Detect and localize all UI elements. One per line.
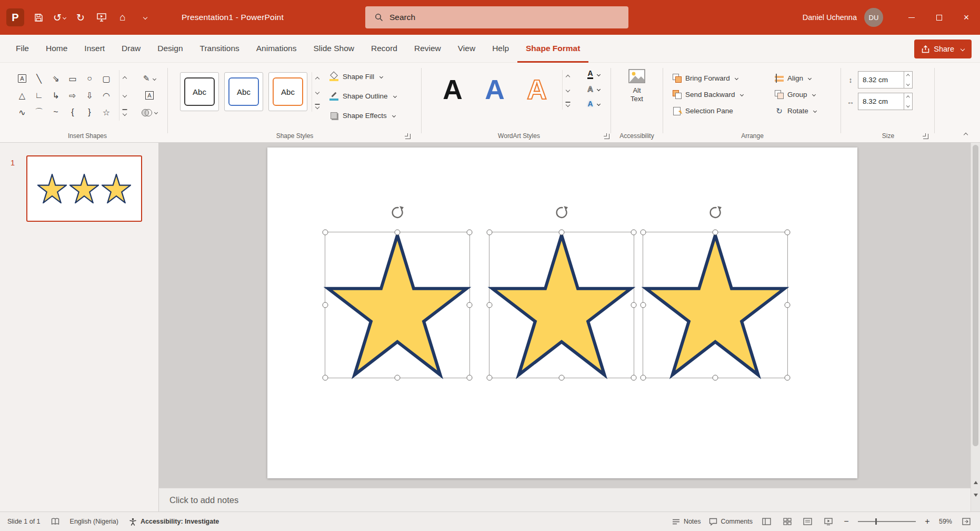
group-button[interactable]: Group (775, 86, 816, 103)
text-box-button[interactable]: A (135, 87, 164, 104)
tab-draw[interactable]: Draw (113, 35, 149, 63)
tab-record[interactable]: Record (363, 35, 406, 63)
customize-quick-access-button[interactable] (134, 6, 154, 28)
resize-handle-top-center[interactable] (559, 230, 565, 235)
save-button[interactable] (28, 6, 48, 28)
slide-sorter-view-button[interactable] (781, 515, 794, 528)
gallery-scroll-up-button[interactable] (563, 70, 573, 83)
zoom-slider-thumb[interactable] (875, 518, 877, 525)
tab-insert[interactable]: Insert (76, 35, 113, 63)
tab-shape-format[interactable]: Shape Format (517, 35, 588, 63)
tab-view[interactable]: View (449, 35, 484, 63)
gallery-scroll-up-button[interactable] (119, 70, 130, 87)
tab-design[interactable]: Design (149, 35, 191, 63)
normal-view-button[interactable] (761, 515, 773, 528)
shape-oval-icon[interactable]: ○ (81, 70, 98, 87)
collapse-ribbon-button[interactable] (962, 129, 967, 137)
resize-handle-top-left[interactable] (641, 230, 646, 235)
gallery-more-button[interactable] (119, 104, 130, 121)
tab-slide-show[interactable]: Slide Show (305, 35, 363, 63)
slide-indicator[interactable]: Slide 1 of 1 (7, 518, 41, 525)
resize-handle-bottom-right[interactable] (631, 375, 637, 381)
tab-home[interactable]: Home (37, 35, 76, 63)
shape-star-icon[interactable]: ☆ (98, 104, 115, 121)
maximize-button[interactable] (925, 0, 953, 35)
home-button[interactable]: ⌂ (113, 6, 133, 28)
text-fill-button[interactable]: A (579, 67, 608, 82)
resize-handle-bottom-left[interactable] (487, 375, 493, 381)
resize-handle-bottom-center[interactable] (395, 375, 401, 381)
tab-transitions[interactable]: Transitions (192, 35, 248, 63)
undo-button[interactable]: ↺ (49, 6, 69, 28)
gallery-scroll-down-button[interactable] (563, 83, 573, 96)
resize-handle-middle-left[interactable] (641, 302, 646, 308)
share-button[interactable]: Share (914, 40, 972, 58)
shape-styles-dialog-launcher-icon[interactable] (404, 133, 411, 139)
slide-show-view-button[interactable] (822, 515, 835, 528)
vertical-scrollbar[interactable] (971, 143, 980, 512)
zoom-in-button[interactable]: + (924, 517, 931, 526)
shape-line-arrow-icon[interactable]: ⇘ (47, 70, 64, 87)
shape-curve-icon[interactable]: ⌒ (31, 104, 47, 121)
resize-handle-middle-right[interactable] (467, 302, 473, 308)
rotate-handle[interactable] (391, 205, 405, 219)
shape-right-brace-icon[interactable]: } (81, 104, 98, 121)
slide-thumbnail-1[interactable] (26, 155, 142, 222)
shape-left-brace-icon[interactable]: { (64, 104, 81, 121)
gallery-scroll-down-button[interactable] (312, 85, 323, 99)
gallery-scroll-up-button[interactable] (312, 72, 323, 85)
shape-fill-button[interactable]: Shape Fill (329, 67, 396, 86)
text-outline-button[interactable]: A (579, 82, 608, 96)
gallery-more-button[interactable] (312, 99, 323, 112)
shape-arrow-right-icon[interactable]: ⇨ (64, 87, 81, 104)
shape-arrow-down-icon[interactable]: ⇩ (81, 87, 98, 104)
comments-toggle-button[interactable]: Comments (709, 518, 753, 526)
language-button[interactable]: English (Nigeria) (70, 518, 118, 525)
resize-handle-middle-right[interactable] (631, 302, 637, 308)
previous-slide-button[interactable] (971, 477, 980, 488)
wordart-dialog-launcher-icon[interactable] (603, 133, 609, 139)
tab-animations[interactable]: Animations (248, 35, 305, 63)
wordart-option-3[interactable]: A (516, 68, 558, 111)
star-shape-1-selection[interactable] (325, 232, 470, 378)
align-button[interactable]: Align (775, 70, 816, 86)
notes-toggle-button[interactable]: Notes (672, 518, 701, 525)
next-slide-button[interactable] (971, 489, 980, 501)
resize-handle-bottom-right[interactable] (785, 375, 791, 381)
resize-handle-bottom-center[interactable] (713, 375, 718, 381)
notes-pane[interactable]: Click to add notes (159, 488, 971, 512)
shape-triangle-icon[interactable]: △ (14, 87, 31, 104)
rotate-handle[interactable] (708, 205, 723, 219)
resize-handle-middle-right[interactable] (785, 302, 791, 308)
height-increase-button[interactable] (904, 72, 912, 80)
tab-review[interactable]: Review (406, 35, 449, 63)
close-button[interactable]: × (953, 0, 980, 35)
fit-slide-to-window-button[interactable] (960, 515, 973, 528)
star-shape-2[interactable] (489, 232, 634, 378)
shape-effects-button[interactable]: Shape Effects (329, 106, 396, 125)
resize-handle-bottom-left[interactable] (323, 375, 328, 381)
resize-handle-bottom-right[interactable] (467, 375, 473, 381)
redo-button[interactable]: ↻ (71, 6, 91, 28)
resize-handle-top-right[interactable] (631, 230, 637, 235)
shape-line-icon[interactable]: ╲ (31, 70, 47, 87)
selection-pane-button[interactable]: Selection Pane (673, 103, 743, 119)
tab-help[interactable]: Help (484, 35, 517, 63)
shape-scribble-icon[interactable]: ~ (47, 104, 64, 121)
wordart-option-2[interactable]: A (474, 68, 516, 111)
start-slideshow-button[interactable] (92, 6, 112, 28)
zoom-out-button[interactable]: − (843, 517, 850, 526)
merge-shapes-button[interactable] (135, 104, 164, 121)
minimize-button[interactable] (898, 0, 925, 35)
resize-handle-top-left[interactable] (323, 230, 328, 235)
star-shape-2-selection[interactable] (489, 232, 634, 378)
edit-shape-button[interactable]: ✎ (135, 70, 164, 87)
alt-text-button[interactable]: Alt Text (617, 69, 656, 103)
resize-handle-top-center[interactable] (713, 230, 718, 235)
resize-handle-middle-left[interactable] (323, 302, 328, 308)
shape-style-option-3[interactable]: Abc (268, 72, 307, 111)
shape-style-option-1[interactable]: Abc (180, 72, 219, 111)
star-shape-3-selection[interactable] (643, 232, 788, 378)
resize-handle-bottom-left[interactable] (641, 375, 646, 381)
star-shape-1[interactable] (325, 232, 469, 378)
